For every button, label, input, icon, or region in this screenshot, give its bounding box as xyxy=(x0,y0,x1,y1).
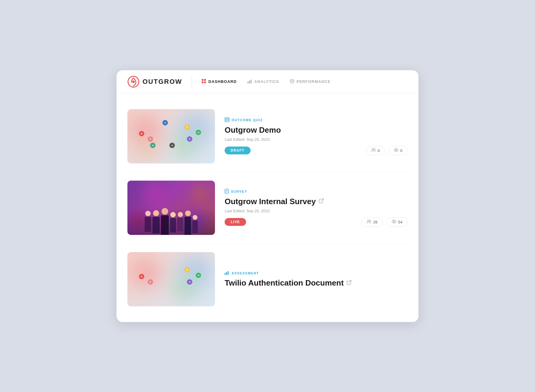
card-2-type: SURVEY xyxy=(225,189,408,194)
card-2-users-count: 26 xyxy=(373,220,377,224)
person-5 xyxy=(177,212,183,231)
dot-3-1: ● xyxy=(139,274,144,279)
svg-rect-4 xyxy=(202,81,203,83)
svg-point-10 xyxy=(292,81,293,82)
card-outcome-quiz: ● ● ● ● ● ● ● ● xyxy=(127,101,408,172)
dot-7: ● xyxy=(169,143,175,148)
card-2-title: Outgrow Internal Survey xyxy=(225,197,408,206)
svg-rect-15 xyxy=(227,120,229,121)
dot-2: ● xyxy=(148,136,153,142)
nav-analytics[interactable]: ANALYTICS xyxy=(248,79,279,84)
dot-8: ● xyxy=(150,143,155,148)
nav-performance[interactable]: PERFORMANCE xyxy=(290,79,331,84)
card-1-type: OUTCOME QUIZ xyxy=(225,117,408,123)
card-survey: SURVEY Outgrow Internal Survey Last Edit… xyxy=(127,172,408,244)
svg-rect-8 xyxy=(251,80,251,84)
svg-rect-6 xyxy=(248,81,248,84)
card-1-footer: DRAFT 0 xyxy=(225,146,408,155)
card-1-thumbnail: ● ● ● ● ● ● ● ● xyxy=(127,109,215,163)
svg-point-18 xyxy=(395,150,397,151)
svg-rect-2 xyxy=(202,79,203,81)
person-4 xyxy=(170,212,176,232)
card-1-title: Outgrow Demo xyxy=(225,125,408,135)
card-2-views-count: 54 xyxy=(398,220,402,224)
card-2-date: Last Edited: Sep 20, 2022 xyxy=(225,209,408,213)
users-icon xyxy=(371,148,376,153)
card-1-info: OUTCOME QUIZ Outgrow Demo Last Edited: S… xyxy=(225,117,408,155)
svg-rect-12 xyxy=(226,119,227,120)
svg-rect-5 xyxy=(204,81,206,83)
views-icon-2 xyxy=(392,220,396,224)
views-icon xyxy=(394,148,399,153)
person-7 xyxy=(192,215,198,233)
card-1-users-count: 0 xyxy=(378,148,380,153)
card-3-type: ASSESSMENT xyxy=(225,270,408,276)
card-3-type-label: ASSESSMENT xyxy=(232,271,259,275)
dot-3-2: ● xyxy=(148,279,153,285)
card-1-stats: 0 0 xyxy=(366,146,408,155)
nav-analytics-label: ANALYTICS xyxy=(254,79,279,84)
dot-3-5: ● xyxy=(187,279,192,285)
card-2-info: SURVEY Outgrow Internal Survey Last Edit… xyxy=(225,189,408,227)
card-2-stats: 26 54 xyxy=(361,217,408,227)
svg-point-1 xyxy=(132,81,135,83)
card-1-date: Last Edited: Sep 26, 2022 xyxy=(225,137,408,142)
person-2 xyxy=(152,210,160,233)
logo-area: OUTGROW xyxy=(127,76,192,88)
photo-thumbnail xyxy=(127,181,215,235)
card-2-users-stat: 26 xyxy=(361,217,383,227)
card-3-title: Twilio Authentication Document xyxy=(225,278,408,288)
header: OUTGROW DASHBOARD xyxy=(117,70,418,93)
quiz-type-icon xyxy=(225,117,229,123)
content-area: ● ● ● ● ● ● ● ● xyxy=(117,93,418,322)
card-1-views-count: 0 xyxy=(400,148,402,153)
people-group xyxy=(127,193,215,235)
svg-point-16 xyxy=(372,148,374,150)
svg-line-23 xyxy=(321,199,323,201)
card-assessment: ● ● ● ● ● xyxy=(127,244,408,315)
users-icon-2 xyxy=(367,220,371,225)
nav-dashboard[interactable]: DASHBOARD xyxy=(202,79,237,84)
svg-point-17 xyxy=(374,148,375,150)
analytics-icon xyxy=(248,79,252,84)
card-2-status-badge[interactable]: LIVE xyxy=(225,218,246,226)
abstract-thumbnail-1: ● ● ● ● ● ● ● ● xyxy=(127,109,215,163)
nav-performance-label: PERFORMANCE xyxy=(296,79,331,84)
dot-4: ● xyxy=(184,124,190,130)
card-2-footer: LIVE 26 xyxy=(225,217,408,227)
card-2-thumbnail xyxy=(127,181,215,235)
abstract-thumbnail-3: ● ● ● ● ● xyxy=(127,252,215,306)
card-3-thumbnail: ● ● ● ● ● xyxy=(127,252,215,306)
assessment-type-icon xyxy=(225,270,229,276)
dot-5: ● xyxy=(196,130,201,135)
external-link-icon-2[interactable] xyxy=(319,198,324,204)
card-2-views-stat: 54 xyxy=(386,217,408,227)
dot-3: ● xyxy=(162,120,168,125)
svg-rect-7 xyxy=(249,81,250,84)
person-6 xyxy=(184,210,191,235)
dot-3-4: ● xyxy=(196,273,201,278)
card-1-status-badge[interactable]: DRAFT xyxy=(225,147,251,154)
card-2-type-label: SURVEY xyxy=(231,190,247,193)
survey-type-icon xyxy=(225,189,229,194)
dots-overlay-3: ● ● ● ● ● xyxy=(127,252,215,306)
svg-rect-13 xyxy=(227,119,229,120)
external-link-icon-3[interactable] xyxy=(347,280,351,286)
svg-rect-29 xyxy=(228,271,229,275)
card-3-info: ASSESSMENT Twilio Authentication Documen… xyxy=(225,270,408,288)
card-1-users-stat: 0 xyxy=(366,146,385,155)
person-1 xyxy=(145,211,151,232)
card-1-views-stat: 0 xyxy=(389,146,408,155)
svg-rect-3 xyxy=(204,79,206,81)
logo-text: OUTGROW xyxy=(143,78,182,86)
svg-rect-27 xyxy=(225,273,226,275)
nav-dashboard-label: DASHBOARD xyxy=(208,79,237,84)
dashboard-icon xyxy=(202,79,206,84)
outgrow-logo-icon xyxy=(127,76,139,88)
app-window: OUTGROW DASHBOARD xyxy=(117,70,418,322)
svg-point-26 xyxy=(393,221,395,223)
dot-1: ● xyxy=(139,131,144,136)
dots-overlay: ● ● ● ● ● ● ● ● xyxy=(127,109,215,163)
main-nav: DASHBOARD ANALYTICS xyxy=(202,79,408,84)
card-1-type-label: OUTCOME QUIZ xyxy=(232,118,263,122)
